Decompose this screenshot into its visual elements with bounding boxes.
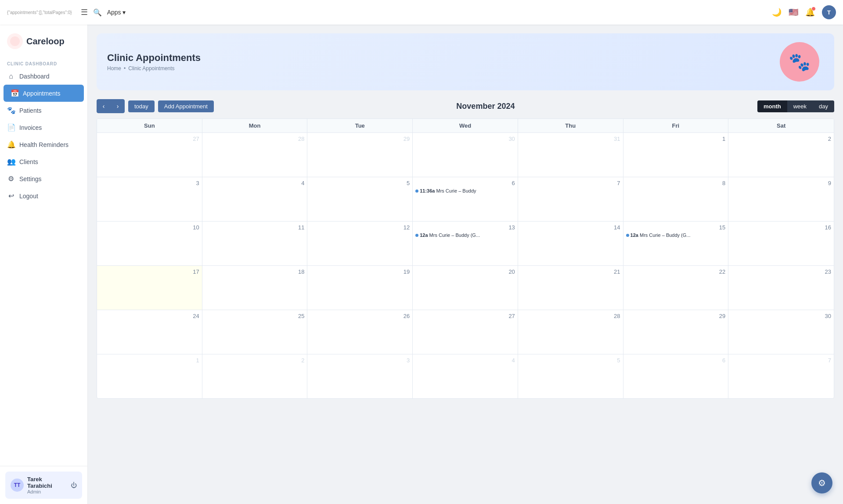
sidebar-item-dashboard[interactable]: ⌂ Dashboard — [0, 68, 87, 85]
cal-day-number: 30 — [415, 135, 515, 143]
settings-fab[interactable]: ⚙ — [811, 472, 832, 493]
cal-day-number: 7 — [521, 179, 620, 187]
cal-cell-w2-d2[interactable]: 12 — [307, 222, 413, 265]
today-button[interactable]: today — [128, 100, 155, 112]
sidebar-item-appointments[interactable]: 📅 Appointments — [4, 85, 84, 102]
cal-cell-w1-d2[interactable]: 5 — [307, 177, 413, 221]
cal-cell-w2-d0[interactable]: 10 — [97, 222, 202, 265]
cal-cell-w3-d0[interactable]: 17 — [97, 266, 202, 310]
topnav-left: {"appointments":[],"totalPages":0} ☰ 🔍 A… — [7, 7, 126, 17]
cal-cell-w3-d2[interactable]: 19 — [307, 266, 413, 310]
logo-text: Careloop — [26, 36, 65, 46]
hamburger-icon[interactable]: ☰ — [81, 7, 88, 17]
user-avatar[interactable]: T — [822, 5, 836, 19]
topnav-right: 🌙 🇺🇸 🔔 T — [772, 5, 836, 19]
cal-cell-w1-d1[interactable]: 4 — [202, 177, 308, 221]
invoices-icon: 📄 — [7, 123, 15, 132]
cal-cell-w2-d4[interactable]: 14 — [518, 222, 623, 265]
cal-cell-w0-d5[interactable]: 1 — [623, 133, 729, 177]
sidebar-item-settings[interactable]: ⚙ Settings — [0, 170, 87, 187]
notifications-icon[interactable]: 🔔 — [805, 7, 815, 17]
cal-cell-w1-d5[interactable]: 8 — [623, 177, 729, 221]
cal-cell-w4-d6[interactable]: 30 — [728, 310, 834, 354]
cal-cell-w3-d1[interactable]: 18 — [202, 266, 308, 310]
cal-cell-w0-d3[interactable]: 30 — [413, 133, 518, 177]
cal-cell-w4-d5[interactable]: 29 — [623, 310, 729, 354]
cal-cell-w2-d1[interactable]: 11 — [202, 222, 308, 265]
cal-day-number: 4 — [415, 356, 515, 365]
cal-cell-w0-d2[interactable]: 29 — [307, 133, 413, 177]
month-view-button[interactable]: month — [757, 100, 787, 112]
svg-point-0 — [10, 36, 20, 46]
cal-day-number: 1 — [100, 356, 199, 365]
add-appointment-button[interactable]: Add Appointment — [158, 100, 214, 112]
cal-cell-w2-d5[interactable]: 1512a Mrs Curie – Buddy (G... — [623, 222, 729, 265]
cal-cell-w0-d1[interactable]: 28 — [202, 133, 308, 177]
clients-icon: 👥 — [7, 157, 15, 166]
cal-day-number: 25 — [205, 312, 305, 320]
cal-cell-w1-d6[interactable]: 9 — [728, 177, 834, 221]
sidebar-item-patients[interactable]: 🐾 Patients — [0, 102, 87, 119]
page-header: Clinic Appointments Home • Clinic Appoin… — [97, 33, 834, 90]
cal-cell-w0-d0[interactable]: 27 — [97, 133, 202, 177]
prev-month-button[interactable]: ‹ — [97, 99, 111, 113]
day-view-button[interactable]: day — [813, 100, 834, 112]
sidebar-item-clients[interactable]: 👥 Clients — [0, 153, 87, 170]
cal-day-number: 22 — [626, 268, 726, 276]
week-view-button[interactable]: week — [787, 100, 813, 112]
cal-cell-w3-d6[interactable]: 23 — [728, 266, 834, 310]
cal-cell-w5-d0[interactable]: 1 — [97, 354, 202, 398]
search-icon[interactable]: 🔍 — [93, 8, 102, 17]
cal-day-number: 2 — [731, 135, 831, 143]
cal-cell-w0-d4[interactable]: 31 — [518, 133, 623, 177]
cal-cell-w3-d3[interactable]: 20 — [413, 266, 518, 310]
language-flag-icon[interactable]: 🇺🇸 — [789, 7, 798, 17]
breadcrumb-home[interactable]: Home — [107, 65, 121, 71]
cal-day-number: 28 — [205, 135, 305, 143]
calendar-view-group: month week day — [757, 100, 834, 112]
dark-mode-icon[interactable]: 🌙 — [772, 7, 782, 17]
cal-cell-w1-d3[interactable]: 611:36a Mrs Curie – Buddy — [413, 177, 518, 221]
next-month-button[interactable]: › — [111, 99, 125, 113]
cal-cell-w3-d5[interactable]: 22 — [623, 266, 729, 310]
sidebar-item-health-reminders[interactable]: 🔔 Health Reminders — [0, 136, 87, 153]
cal-day-number: 1 — [626, 135, 726, 143]
cal-event[interactable]: 12a Mrs Curie – Buddy (G... — [415, 232, 515, 238]
cal-cell-w5-d2[interactable]: 3 — [307, 354, 413, 398]
cal-cell-w0-d6[interactable]: 2 — [728, 133, 834, 177]
sidebar-user-avatar: TT — [11, 479, 24, 492]
health-reminders-icon: 🔔 — [7, 140, 15, 149]
cal-cell-w2-d3[interactable]: 1312a Mrs Curie – Buddy (G... — [413, 222, 518, 265]
apps-menu[interactable]: Apps ▾ — [107, 9, 126, 16]
cal-week-5: 1234567 — [97, 354, 834, 398]
cal-event[interactable]: 11:36a Mrs Curie – Buddy — [415, 188, 515, 193]
cal-cell-w2-d6[interactable]: 16 — [728, 222, 834, 265]
cal-event[interactable]: 12a Mrs Curie – Buddy (G... — [626, 232, 726, 238]
sidebar: 🐾 Careloop CLINIC DASHBOARD ⌂ Dashboard … — [0, 25, 88, 504]
cal-cell-w5-d4[interactable]: 5 — [518, 354, 623, 398]
cal-cell-w4-d0[interactable]: 24 — [97, 310, 202, 354]
calendar-header-row: SunMonTueWedThuFriSat — [97, 119, 834, 133]
event-text: 11:36a Mrs Curie – Buddy — [420, 188, 476, 193]
cal-cell-w1-d0[interactable]: 3 — [97, 177, 202, 221]
cal-day-number: 29 — [626, 312, 726, 320]
cal-header-fri: Fri — [623, 119, 729, 132]
sidebar-item-invoices[interactable]: 📄 Invoices — [0, 119, 87, 136]
cal-cell-w5-d3[interactable]: 4 — [413, 354, 518, 398]
cal-cell-w4-d4[interactable]: 28 — [518, 310, 623, 354]
sidebar-item-logout[interactable]: ↩ Logout — [0, 187, 87, 204]
cal-cell-w5-d6[interactable]: 7 — [728, 354, 834, 398]
sidebar-user-info: Tarek Tarabichi Admin — [27, 476, 67, 494]
cal-cell-w5-d1[interactable]: 2 — [202, 354, 308, 398]
logout-icon[interactable]: ⏻ — [71, 482, 77, 489]
cal-cell-w4-d1[interactable]: 25 — [202, 310, 308, 354]
cal-cell-w4-d3[interactable]: 27 — [413, 310, 518, 354]
cal-cell-w1-d4[interactable]: 7 — [518, 177, 623, 221]
cal-cell-w5-d5[interactable]: 6 — [623, 354, 729, 398]
sidebar-item-label-settings: Settings — [19, 175, 42, 182]
cal-cell-w3-d4[interactable]: 21 — [518, 266, 623, 310]
cal-cell-w4-d2[interactable]: 26 — [307, 310, 413, 354]
cal-day-number: 9 — [731, 179, 831, 187]
cal-header-mon: Mon — [202, 119, 308, 132]
cal-day-number: 3 — [100, 179, 199, 187]
